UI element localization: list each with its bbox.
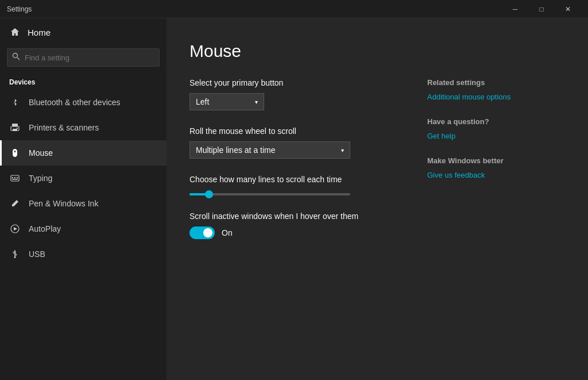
scroll-lines-group: Choose how many lines to scroll each tim… [189, 175, 404, 195]
question-title: Have a question? [427, 117, 565, 126]
svg-rect-8 [14, 177, 16, 178]
dropdown-arrow-icon: ▾ [255, 99, 258, 105]
titlebar: Settings ─ □ ✕ [0, 0, 588, 18]
svg-line-1 [17, 57, 20, 60]
settings-panel: Select your primary button Left ▾ Roll t… [189, 78, 404, 255]
svg-rect-15 [15, 254, 17, 255]
svg-rect-5 [17, 128, 18, 129]
give-feedback-link[interactable]: Give us feedback [427, 171, 565, 179]
sidebar-item-mouse-label: Mouse [29, 148, 53, 158]
sidebar-item-pen-label: Pen & Windows Ink [29, 199, 98, 208]
content-inner: Select your primary button Left ▾ Roll t… [189, 78, 565, 255]
search-input[interactable] [25, 53, 154, 62]
scroll-inactive-group: Scroll inactive windows when I hover ove… [189, 212, 404, 239]
minimize-button[interactable]: ─ [502, 0, 528, 18]
scroll-lines-slider-track [189, 193, 350, 195]
sidebar-item-mouse[interactable]: Mouse [0, 140, 167, 166]
pen-icon [9, 198, 21, 209]
svg-marker-12 [14, 227, 17, 231]
main-layout: Home Devices Bluetooth & other devices [0, 18, 588, 380]
sidebar-item-typing[interactable]: Typing [0, 166, 167, 191]
sidebar-item-usb-label: USB [29, 250, 45, 259]
scroll-lines-label: Choose how many lines to scroll each tim… [189, 175, 404, 184]
sidebar-section-label: Devices [0, 74, 167, 90]
printer-icon [9, 122, 21, 133]
content-area: Mouse Select your primary button Left ▾ … [167, 18, 588, 380]
primary-button-dropdown[interactable]: Left ▾ [189, 93, 264, 110]
related-settings-section: Related settings Additional mouse option… [427, 78, 565, 101]
sidebar-item-home[interactable]: Home [0, 18, 167, 46]
bluetooth-icon [9, 97, 21, 108]
close-button[interactable]: ✕ [555, 0, 581, 18]
svg-rect-7 [12, 177, 13, 178]
toggle-thumb [203, 228, 212, 237]
sidebar-item-printers[interactable]: Printers & scanners [0, 115, 167, 140]
dropdown-arrow-scroll-icon: ▾ [341, 147, 344, 153]
svg-point-0 [13, 53, 18, 58]
primary-button-label: Select your primary button [189, 78, 404, 87]
svg-rect-4 [13, 129, 17, 131]
window-controls: ─ □ ✕ [502, 0, 581, 18]
sidebar-item-printers-label: Printers & scanners [29, 123, 99, 132]
primary-button-group: Select your primary button Left ▾ [189, 78, 404, 110]
svg-point-16 [14, 256, 16, 258]
related-settings-title: Related settings [427, 78, 565, 87]
home-label: Home [28, 28, 51, 37]
slider-thumb[interactable] [205, 190, 213, 198]
get-help-link[interactable]: Get help [427, 132, 565, 140]
svg-rect-2 [12, 124, 18, 126]
toggle-on-label: On [222, 228, 233, 237]
home-icon [9, 26, 21, 38]
feedback-title: Make Windows better [427, 156, 565, 165]
sidebar: Home Devices Bluetooth & other devices [0, 18, 167, 380]
sidebar-item-autoplay[interactable]: AutoPlay [0, 216, 167, 241]
page-title: Mouse [189, 41, 565, 61]
mouse-icon [9, 147, 21, 159]
scroll-inactive-label: Scroll inactive windows when I hover ove… [189, 212, 404, 221]
scroll-wheel-value: Multiple lines at a time [196, 145, 276, 155]
right-panel: Related settings Additional mouse option… [427, 78, 565, 255]
primary-button-value: Left [196, 97, 209, 106]
app-title: Settings [7, 5, 502, 13]
sidebar-search-box[interactable] [7, 48, 160, 67]
sidebar-item-bluetooth[interactable]: Bluetooth & other devices [0, 90, 167, 115]
sidebar-item-bluetooth-label: Bluetooth & other devices [29, 98, 121, 107]
sidebar-item-pen[interactable]: Pen & Windows Ink [0, 191, 167, 216]
search-icon [12, 52, 20, 63]
autoplay-icon [9, 223, 21, 235]
scroll-lines-slider-container [189, 193, 404, 195]
scroll-inactive-toggle[interactable] [189, 227, 215, 239]
scroll-wheel-group: Roll the mouse wheel to scroll Multiple … [189, 126, 404, 159]
usb-icon [9, 248, 21, 260]
additional-mouse-options-link[interactable]: Additional mouse options [427, 93, 565, 101]
question-section: Have a question? Get help [427, 117, 565, 140]
sidebar-item-autoplay-label: AutoPlay [29, 224, 61, 233]
scroll-wheel-dropdown[interactable]: Multiple lines at a time ▾ [189, 141, 350, 159]
svg-rect-9 [17, 177, 18, 178]
typing-icon [9, 172, 21, 184]
scroll-inactive-toggle-row: On [189, 227, 404, 239]
scroll-wheel-label: Roll the mouse wheel to scroll [189, 126, 404, 136]
sidebar-item-typing-label: Typing [29, 174, 52, 183]
sidebar-item-usb[interactable]: USB [0, 241, 167, 267]
svg-rect-10 [12, 179, 18, 180]
feedback-section: Make Windows better Give us feedback [427, 156, 565, 179]
maximize-button[interactable]: □ [528, 0, 555, 18]
